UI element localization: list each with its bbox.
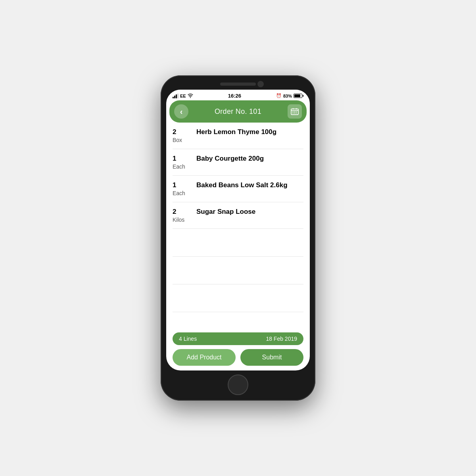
- status-time: 16:26: [228, 93, 241, 99]
- status-right: ⏰ 83%: [276, 93, 303, 98]
- phone-screen: EE 16:26 ⏰ 83% ‹: [166, 90, 310, 370]
- item-2-name: Baby Courgette 200g: [196, 155, 303, 163]
- svg-rect-7: [292, 113, 293, 113]
- alarm-icon: ⏰: [276, 93, 282, 98]
- order-list: 2 Herb Lemon Thyme 100g Box 1 Baby Courg…: [166, 123, 310, 329]
- signal-bar-4: [177, 94, 178, 98]
- order-item-3: 1 Baked Beans Low Salt 2.6kg Each: [173, 176, 303, 202]
- empty-row-1: [173, 229, 303, 257]
- battery-percent: 83%: [283, 94, 292, 98]
- item-1-qty: 2: [173, 128, 196, 136]
- status-left: EE: [173, 94, 193, 98]
- back-icon: ‹: [180, 107, 183, 116]
- back-button[interactable]: ‹: [174, 104, 188, 119]
- empty-row-2: [173, 257, 303, 284]
- signal-bars: [173, 94, 178, 98]
- svg-rect-5: [294, 111, 295, 112]
- phone-speaker: [220, 83, 256, 86]
- signal-bar-2: [174, 96, 175, 98]
- status-bar: EE 16:26 ⏰ 83%: [166, 90, 310, 100]
- order-item-4: 2 Sugar Snap Loose Kilos: [173, 202, 303, 229]
- item-1-name: Herb Lemon Thyme 100g: [196, 128, 303, 136]
- home-button[interactable]: [228, 374, 248, 395]
- footer-info-bar: 4 Lines 18 Feb 2019: [173, 332, 303, 345]
- item-3-qty: 1: [173, 181, 196, 189]
- carrier-label: EE: [180, 94, 186, 98]
- add-product-button[interactable]: Add Product: [173, 349, 236, 366]
- calendar-icon: [291, 108, 299, 115]
- item-3-name: Baked Beans Low Salt 2.6kg: [196, 181, 303, 189]
- order-item-1: 2 Herb Lemon Thyme 100g Box: [173, 123, 303, 149]
- svg-rect-9: [296, 113, 296, 113]
- item-2-unit: Each: [173, 163, 196, 170]
- item-4-name: Sugar Snap Loose: [196, 208, 303, 216]
- svg-rect-4: [292, 111, 293, 112]
- order-date: 18 Feb 2019: [266, 336, 297, 342]
- item-2-qty: 1: [173, 155, 196, 163]
- svg-rect-8: [294, 113, 295, 113]
- item-4-qty: 2: [173, 208, 196, 216]
- phone-device: EE 16:26 ⏰ 83% ‹: [161, 75, 315, 401]
- signal-bar-3: [176, 94, 177, 98]
- item-1-unit: Box: [173, 137, 196, 143]
- svg-rect-6: [296, 111, 296, 112]
- item-4-unit: Kilos: [173, 217, 196, 223]
- calendar-button[interactable]: [288, 104, 302, 119]
- empty-row-3: [173, 284, 303, 312]
- battery-icon: [294, 94, 303, 98]
- signal-bar-1: [173, 97, 174, 98]
- submit-button[interactable]: Submit: [240, 349, 303, 366]
- lines-count: 4 Lines: [179, 336, 197, 342]
- footer: 4 Lines 18 Feb 2019 Add Product Submit: [166, 329, 310, 370]
- footer-buttons: Add Product Submit: [173, 349, 303, 366]
- order-item-2: 1 Baby Courgette 200g Each: [173, 149, 303, 176]
- order-title: Order No. 101: [215, 107, 261, 116]
- order-header: ‹ Order No. 101: [169, 100, 307, 123]
- wifi-icon: [188, 94, 193, 98]
- item-3-unit: Each: [173, 190, 196, 196]
